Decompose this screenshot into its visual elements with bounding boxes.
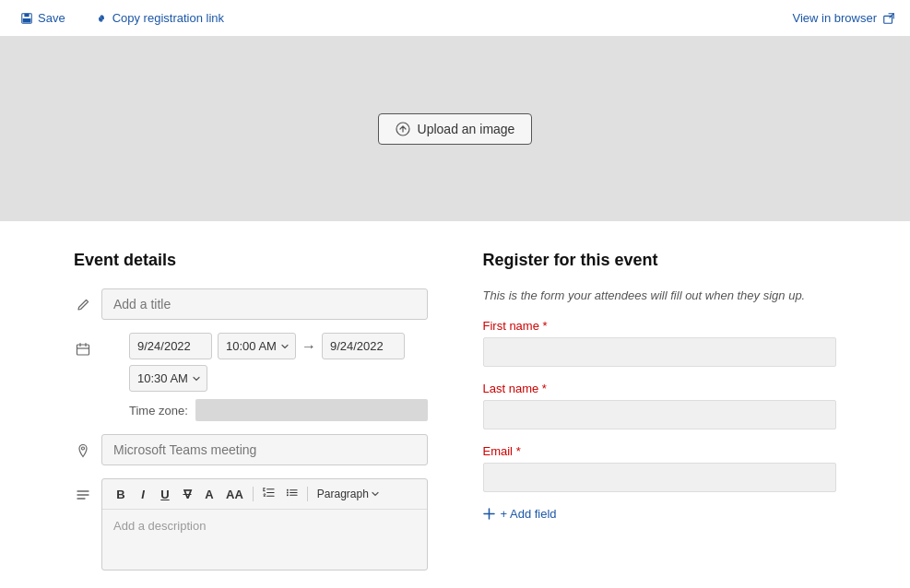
chevron-down-icon <box>280 342 290 351</box>
svg-point-6 <box>82 447 85 450</box>
first-name-field: First name * <box>483 319 837 367</box>
event-title-input[interactable] <box>101 288 428 320</box>
upload-image-button[interactable]: Upload an image <box>378 113 533 145</box>
paragraph-chevron-icon <box>371 489 380 499</box>
description-field-row: B I U ∇ A AA <box>74 478 428 570</box>
pencil-icon <box>76 298 90 312</box>
description-body[interactable]: Add a description <box>102 510 427 565</box>
datetime-fields: 9/24/2022 10:00 AM → 9/24/2022 10:30 AM <box>129 333 428 421</box>
event-details-panel: Event details 9/24/2022 <box>74 251 428 588</box>
svg-point-7 <box>287 489 289 491</box>
email-label: Email * <box>483 444 837 458</box>
title-field-row <box>74 288 428 320</box>
toolbar-separator-1 <box>253 487 254 501</box>
toolbar-left: Save Copy registration link <box>15 7 230 29</box>
last-name-label: Last name * <box>483 382 837 395</box>
calendar-icon-container <box>74 340 92 359</box>
description-editor: B I U ∇ A AA <box>101 478 428 570</box>
ordered-list-button[interactable] <box>259 485 278 503</box>
copy-registration-link-button[interactable]: Copy registration link <box>89 7 230 29</box>
email-input[interactable] <box>483 463 837 492</box>
paragraph-style-select[interactable]: Paragraph <box>313 486 384 502</box>
upload-icon <box>396 122 410 136</box>
toolbar: Save Copy registration link View in brow… <box>0 0 910 37</box>
location-icon-container <box>74 441 92 460</box>
datetime-field-row: 9/24/2022 10:00 AM → 9/24/2022 10:30 AM <box>74 333 428 421</box>
register-subtitle: This is the form your attendees will fil… <box>483 288 837 302</box>
calendar-icon <box>76 342 90 357</box>
timezone-row: Time zone: <box>129 399 428 421</box>
highlight-button[interactable]: A <box>200 486 219 503</box>
location-input[interactable] <box>101 434 428 465</box>
strikethrough-button[interactable]: ∇ <box>178 486 196 503</box>
svg-rect-2 <box>23 18 31 22</box>
end-time-select[interactable]: 10:30 AM <box>129 365 207 392</box>
save-icon <box>20 12 33 25</box>
plus-icon <box>483 508 495 520</box>
main-content: Event details 9/24/2022 <box>0 221 910 588</box>
last-name-input[interactable] <box>483 400 837 429</box>
link-icon <box>95 12 108 25</box>
bold-button[interactable]: B <box>112 486 130 503</box>
description-icon <box>76 488 90 502</box>
add-field-button[interactable]: + Add field <box>483 507 837 521</box>
svg-rect-5 <box>77 345 89 355</box>
chevron-down-icon-2 <box>192 374 201 383</box>
svg-point-8 <box>287 492 289 494</box>
unordered-list-button[interactable] <box>282 485 301 503</box>
unordered-list-icon <box>286 487 298 499</box>
editor-toolbar: B I U ∇ A AA <box>102 479 427 510</box>
datetime-row: 9/24/2022 10:00 AM → 9/24/2022 10:30 AM <box>129 333 428 392</box>
save-button[interactable]: Save <box>15 7 71 29</box>
italic-button[interactable]: I <box>134 486 152 503</box>
external-link-icon <box>882 12 895 25</box>
event-details-title: Event details <box>74 251 428 270</box>
location-icon <box>76 443 90 458</box>
register-section: Register for this event This is the form… <box>483 251 837 588</box>
image-banner: Upload an image <box>0 37 910 221</box>
ordered-list-icon <box>263 487 275 499</box>
end-date-input[interactable]: 9/24/2022 <box>322 333 405 359</box>
register-title: Register for this event <box>483 251 837 270</box>
arrow-icon: → <box>301 338 316 355</box>
underline-button[interactable]: U <box>156 486 174 503</box>
timezone-select[interactable] <box>195 399 428 421</box>
start-date-input[interactable]: 9/24/2022 <box>129 333 212 359</box>
description-icon-container <box>74 486 92 504</box>
fontsize-button[interactable]: AA <box>222 486 247 503</box>
view-in-browser-button[interactable]: View in browser <box>792 11 895 25</box>
email-field: Email * <box>483 444 837 492</box>
pencil-icon-container <box>74 296 92 314</box>
location-field-row <box>74 434 428 465</box>
last-name-field: Last name * <box>483 382 837 429</box>
svg-rect-1 <box>24 13 29 17</box>
first-name-label: First name * <box>483 319 837 333</box>
start-time-select[interactable]: 10:00 AM <box>218 333 296 359</box>
svg-point-9 <box>287 494 289 496</box>
first-name-input[interactable] <box>483 337 837 367</box>
toolbar-separator-2 <box>307 487 308 501</box>
